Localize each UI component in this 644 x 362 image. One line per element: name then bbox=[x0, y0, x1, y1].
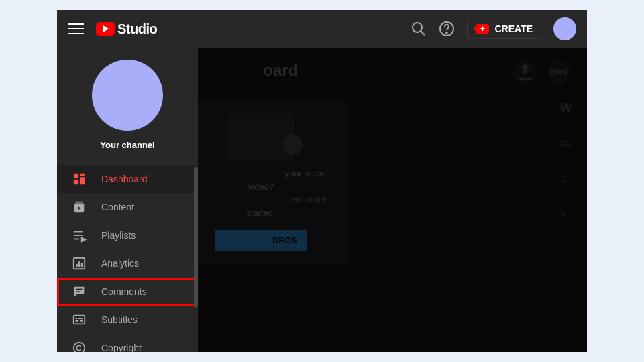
svg-point-0 bbox=[413, 23, 422, 32]
subtitles-icon bbox=[72, 312, 87, 327]
sidebar-item-dashboard[interactable]: Dashboard bbox=[57, 165, 198, 193]
create-label: CREATE bbox=[494, 23, 533, 34]
sidebar-item-label: Subtitles bbox=[101, 314, 138, 325]
sidebar-item-copyright[interactable]: Copyright bbox=[57, 334, 198, 352]
svg-rect-18 bbox=[81, 263, 83, 267]
svg-marker-14 bbox=[82, 238, 86, 242]
sidebar-nav: Dashboard Content Playlists bbox=[57, 165, 198, 352]
sidebar-scrollbar[interactable] bbox=[194, 167, 198, 308]
channel-block: Your channel bbox=[57, 48, 198, 165]
search-icon[interactable] bbox=[411, 21, 427, 37]
sidebar-item-label: Analytics bbox=[101, 258, 139, 269]
sidebar-item-content[interactable]: Content bbox=[57, 193, 198, 221]
camera-plus-icon bbox=[476, 24, 489, 34]
sidebar-item-comments[interactable]: Comments bbox=[57, 278, 198, 306]
sidebar-item-playlists[interactable]: Playlists bbox=[57, 221, 198, 249]
sidebar: Your channel Dashboard Content bbox=[57, 48, 198, 352]
play-icon bbox=[96, 22, 115, 36]
channel-avatar[interactable] bbox=[92, 60, 163, 131]
top-header: Studio CREATE bbox=[57, 10, 587, 48]
dim-overlay bbox=[198, 48, 587, 352]
analytics-icon bbox=[72, 256, 87, 271]
playlists-icon bbox=[72, 228, 87, 243]
svg-rect-16 bbox=[76, 264, 77, 267]
svg-rect-10 bbox=[76, 202, 83, 203]
svg-rect-6 bbox=[80, 177, 85, 184]
svg-line-1 bbox=[421, 31, 425, 35]
svg-point-3 bbox=[447, 32, 448, 34]
logo-text: Studio bbox=[117, 21, 157, 37]
svg-rect-5 bbox=[80, 174, 85, 176]
svg-rect-17 bbox=[78, 261, 80, 267]
sidebar-item-analytics[interactable]: Analytics bbox=[57, 249, 198, 278]
svg-rect-4 bbox=[74, 174, 78, 178]
sidebar-item-label: Comments bbox=[101, 286, 147, 297]
create-button[interactable]: CREATE bbox=[467, 19, 541, 39]
sidebar-item-label: Content bbox=[101, 202, 134, 213]
dashboard-icon bbox=[72, 172, 87, 186]
sidebar-item-subtitles[interactable]: Subtitles bbox=[57, 306, 198, 334]
main-content: Dashboard Want to see metrics on your re… bbox=[198, 48, 587, 352]
studio-logo[interactable]: Studio bbox=[96, 21, 157, 37]
sidebar-item-label: Copyright bbox=[101, 343, 142, 352]
account-avatar[interactable] bbox=[553, 17, 576, 40]
menu-icon[interactable] bbox=[68, 21, 84, 37]
svg-rect-21 bbox=[74, 316, 85, 324]
svg-rect-7 bbox=[74, 180, 78, 184]
channel-label: Your channel bbox=[57, 140, 198, 150]
sidebar-item-label: Dashboard bbox=[101, 174, 148, 184]
header-actions: CREATE bbox=[411, 17, 576, 40]
content-icon bbox=[72, 200, 87, 215]
comments-icon bbox=[72, 284, 87, 299]
copyright-icon bbox=[72, 341, 87, 352]
help-icon[interactable] bbox=[439, 21, 455, 37]
app-window: Studio CREATE Your channel bbox=[57, 10, 587, 352]
app-body: Your channel Dashboard Content bbox=[57, 48, 587, 352]
sidebar-item-label: Playlists bbox=[101, 230, 136, 241]
